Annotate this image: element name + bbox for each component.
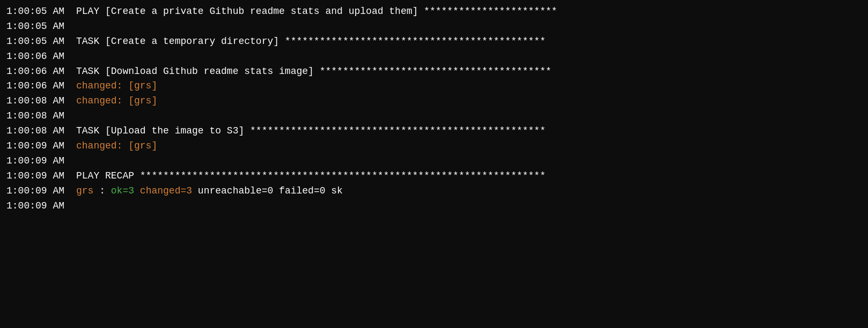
log-message: TASK [Upload the image to S3] **********… bbox=[76, 124, 862, 139]
log-timestamp: 1:00:08 AM bbox=[6, 124, 76, 139]
log-message: TASK [Create a temporary directory] ****… bbox=[76, 34, 862, 49]
log-message bbox=[76, 19, 862, 34]
log-line: 1:00:06 AMchanged: [grs] bbox=[0, 79, 868, 94]
log-timestamp: 1:00:08 AM bbox=[6, 109, 76, 124]
log-message bbox=[76, 199, 862, 214]
log-line: 1:00:08 AM bbox=[0, 109, 868, 124]
log-timestamp: 1:00:06 AM bbox=[6, 64, 76, 79]
log-timestamp: 1:00:09 AM bbox=[6, 154, 76, 169]
log-message: PLAY [Create a private Github readme sta… bbox=[76, 4, 862, 19]
log-message bbox=[76, 49, 862, 64]
log-message bbox=[76, 154, 862, 169]
log-timestamp: 1:00:09 AM bbox=[6, 199, 76, 214]
log-line: 1:00:05 AMTASK [Create a temporary direc… bbox=[0, 34, 868, 49]
log-line: 1:00:09 AM bbox=[0, 199, 868, 214]
log-line: 1:00:05 AM bbox=[0, 19, 868, 34]
log-timestamp: 1:00:05 AM bbox=[6, 19, 76, 34]
log-timestamp: 1:00:05 AM bbox=[6, 4, 76, 19]
terminal-output: 1:00:05 AMPLAY [Create a private Github … bbox=[0, 0, 868, 218]
log-line: 1:00:09 AMchanged: [grs] bbox=[0, 139, 868, 154]
log-line: 1:00:06 AMTASK [Download Github readme s… bbox=[0, 64, 868, 79]
log-timestamp: 1:00:08 AM bbox=[6, 94, 76, 109]
log-message bbox=[76, 109, 862, 124]
log-line: 1:00:06 AM bbox=[0, 49, 868, 64]
log-timestamp: 1:00:06 AM bbox=[6, 79, 76, 94]
log-message: grs : ok=3 changed=3 unreachable=0 faile… bbox=[76, 184, 862, 199]
log-timestamp: 1:00:09 AM bbox=[6, 184, 76, 199]
log-message: changed: [grs] bbox=[76, 94, 862, 109]
log-line: 1:00:08 AMTASK [Upload the image to S3] … bbox=[0, 124, 868, 139]
log-line: 1:00:09 AMPLAY RECAP *******************… bbox=[0, 169, 868, 184]
log-timestamp: 1:00:09 AM bbox=[6, 169, 76, 184]
log-message: changed: [grs] bbox=[76, 79, 862, 94]
log-timestamp: 1:00:06 AM bbox=[6, 49, 76, 64]
log-message: TASK [Download Github readme stats image… bbox=[76, 64, 862, 79]
log-message: changed: [grs] bbox=[76, 139, 862, 154]
log-line: 1:00:09 AM bbox=[0, 154, 868, 169]
log-timestamp: 1:00:05 AM bbox=[6, 34, 76, 49]
log-timestamp: 1:00:09 AM bbox=[6, 139, 76, 154]
log-message: PLAY RECAP *****************************… bbox=[76, 169, 862, 184]
log-line: 1:00:09 AMgrs : ok=3 changed=3 unreachab… bbox=[0, 184, 868, 199]
log-line: 1:00:05 AMPLAY [Create a private Github … bbox=[0, 4, 868, 19]
log-line: 1:00:08 AMchanged: [grs] bbox=[0, 94, 868, 109]
